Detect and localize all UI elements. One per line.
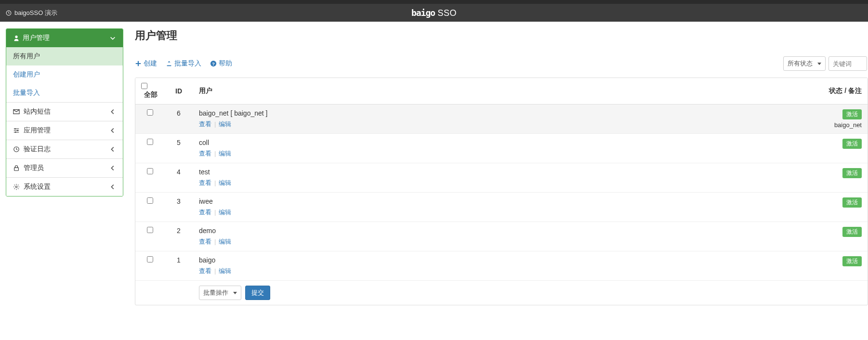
page-title: 用户管理: [135, 28, 868, 43]
import-button[interactable]: 批量导入: [166, 59, 201, 68]
svg-point-2: [17, 130, 18, 131]
submit-button[interactable]: 提交: [245, 286, 270, 300]
row-user-cell: demo查看|编辑: [193, 222, 628, 251]
plus-icon: [135, 60, 142, 67]
row-status-cell: 激活: [628, 134, 868, 163]
svg-rect-5: [14, 168, 19, 170]
row-username: demo: [199, 227, 622, 235]
search-input[interactable]: [829, 56, 867, 71]
help-button[interactable]: ? 帮助: [210, 59, 232, 68]
submenu-bulk-import[interactable]: 批量导入: [6, 84, 123, 102]
row-checkbox[interactable]: [147, 197, 153, 204]
svg-point-1: [14, 128, 16, 130]
separator: |: [214, 209, 216, 216]
header-user: 用户: [193, 78, 628, 105]
edit-link[interactable]: 编辑: [219, 238, 231, 245]
row-id: 4: [164, 163, 193, 193]
row-user-cell: coll查看|编辑: [193, 134, 628, 163]
view-link[interactable]: 查看: [199, 179, 211, 186]
create-button[interactable]: 创建: [135, 59, 157, 68]
svg-text:?: ?: [212, 61, 215, 66]
status-badge: 激活: [842, 227, 862, 237]
view-link[interactable]: 查看: [199, 120, 211, 128]
status-badge: 激活: [842, 139, 862, 149]
table-row: 4test查看|编辑激活: [135, 163, 868, 193]
edit-link[interactable]: 编辑: [219, 120, 231, 128]
chevron-left-icon: [109, 183, 116, 190]
separator: |: [214, 120, 216, 128]
product-name: SSO: [438, 8, 457, 18]
submenu-all-users[interactable]: 所有用户: [6, 47, 123, 65]
row-status-cell: 激活: [628, 251, 868, 281]
select-all-checkbox[interactable]: [141, 83, 147, 89]
sidebar-header-label: 用户管理: [23, 34, 50, 42]
brand-logo: baigo SSO: [411, 8, 457, 18]
sidebar-header-users[interactable]: 用户管理: [6, 29, 123, 47]
sidebar-label: 站内短信: [24, 107, 51, 116]
view-link[interactable]: 查看: [199, 238, 211, 245]
question-icon: ?: [210, 60, 217, 67]
row-username: baigo: [199, 256, 622, 264]
row-checkbox[interactable]: [147, 139, 153, 145]
users-table: 全部 ID 用户 状态 / 备注 6baigo_net [ baigo_net …: [135, 78, 868, 305]
table-row: 1baigo查看|编辑激活: [135, 251, 868, 281]
gear-icon: [13, 183, 20, 190]
status-filter-select[interactable]: 所有状态: [783, 56, 826, 71]
header-site-link[interactable]: baigoSSO 演示: [6, 9, 57, 17]
clock-icon: [13, 146, 20, 153]
row-checkbox[interactable]: [147, 109, 153, 116]
chevron-left-icon: [109, 165, 116, 171]
main-content: 用户管理 创建 批量导入 ? 帮助 所有状态: [135, 28, 868, 305]
row-checkbox[interactable]: [147, 256, 153, 262]
edit-link[interactable]: 编辑: [219, 267, 231, 275]
row-user-cell: baigo查看|编辑: [193, 251, 628, 281]
row-checkbox[interactable]: [147, 168, 153, 174]
table-row: 5coll查看|编辑激活: [135, 134, 868, 163]
submenu-create-user[interactable]: 创建用户: [6, 65, 123, 84]
table-header-row: 全部 ID 用户 状态 / 备注: [135, 78, 868, 105]
row-status-cell: 激活: [628, 193, 868, 222]
row-username: coll: [199, 139, 622, 146]
svg-point-6: [15, 186, 17, 188]
sidebar-label: 应用管理: [24, 126, 51, 135]
header-all-label: 全部: [144, 91, 158, 98]
svg-point-3: [15, 131, 16, 133]
separator: |: [214, 150, 216, 157]
row-actions: 查看|编辑: [199, 208, 622, 217]
caret-down-icon: [817, 63, 821, 65]
sidebar-item-admins[interactable]: 管理员: [6, 158, 123, 177]
bulk-action-label: 批量操作: [203, 288, 228, 297]
sidebar-item-settings[interactable]: 系统设置: [6, 177, 123, 196]
row-actions: 查看|编辑: [199, 237, 622, 246]
row-checkbox[interactable]: [147, 227, 153, 233]
row-user-cell: iwee查看|编辑: [193, 193, 628, 222]
edit-link[interactable]: 编辑: [219, 209, 231, 216]
user-icon: [13, 35, 20, 41]
edit-link[interactable]: 编辑: [219, 150, 231, 157]
envelope-icon: [13, 108, 20, 115]
separator: |: [214, 179, 216, 186]
status-badge: 激活: [842, 109, 862, 119]
sidebar-submenu: 所有用户 创建用户 批量导入: [6, 47, 123, 102]
bulk-action-select[interactable]: 批量操作: [199, 286, 241, 300]
view-link[interactable]: 查看: [199, 267, 211, 275]
table-footer-row: 批量操作 提交: [135, 281, 868, 305]
row-actions: 查看|编辑: [199, 267, 622, 275]
row-note: baigo_net: [634, 121, 862, 129]
header-status: 状态 / 备注: [628, 78, 868, 105]
sidebar-item-messages[interactable]: 站内短信: [6, 102, 123, 121]
import-label: 批量导入: [174, 59, 201, 68]
view-link[interactable]: 查看: [199, 209, 211, 216]
clock-icon: [6, 10, 12, 16]
row-id: 6: [164, 105, 193, 134]
logo-text: baigo: [411, 8, 435, 18]
edit-link[interactable]: 编辑: [219, 179, 231, 186]
row-id: 2: [164, 222, 193, 251]
table-row: 2demo查看|编辑激活: [135, 222, 868, 251]
sidebar-item-logs[interactable]: 验证日志: [6, 140, 123, 158]
row-status-cell: 激活: [628, 222, 868, 251]
view-link[interactable]: 查看: [199, 150, 211, 157]
sidebar: 用户管理 所有用户 创建用户 批量导入 站内短信 应用管理: [6, 28, 123, 196]
row-username: baigo_net [ baigo_net ]: [199, 109, 622, 117]
sidebar-item-apps[interactable]: 应用管理: [6, 121, 123, 140]
